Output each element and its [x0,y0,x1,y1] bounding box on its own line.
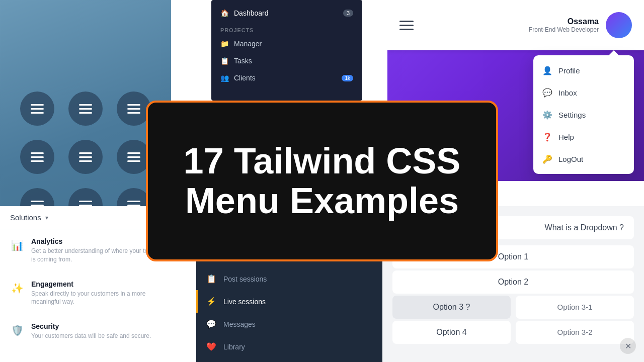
option-2-button[interactable]: Option 2 [392,270,634,294]
option-3-1-button[interactable]: Option 3-1 [516,296,634,319]
solutions-label: Solutions [10,213,41,222]
bottom-nav-messages[interactable]: 💬 Messages [196,313,382,335]
bottom-nav-library[interactable]: ❤️ Library [196,335,382,358]
sidebar-item-manager[interactable]: 📁 Manager [211,35,362,52]
options-row-2: Option 2 [392,270,634,294]
profile-dropdown: 👤 Profile 💬 Inbox ⚙️ Settings ❓ Help 🔑 L… [533,55,634,174]
engagement-title: Engagement [31,280,162,288]
title-line-2: Menu Examples [185,180,459,221]
navbar: Ossama Front-End Web Developer [387,0,644,50]
bottom-nav-live-sessions[interactable]: ⚡ Live sessions [196,290,382,313]
inbox-label: Inbox [558,88,577,97]
hamburger-button-1[interactable] [20,92,54,126]
user-title: Front-End Web Developer [529,26,599,33]
dropdown-item-inbox[interactable]: 💬 Inbox [533,81,634,104]
bottom-nav-post-sessions[interactable]: 📋 Post sessions [196,267,382,290]
hamburger-line [31,104,44,106]
bottom-center-panel: 📊 Dashboard 📋 Post sessions ⚡ Live sessi… [196,246,382,362]
hamburger-lines [127,152,140,162]
hamburger-line [31,112,44,114]
post-sessions-icon: 📋 [206,274,216,284]
dropdown-item-logout[interactable]: 🔑 LogOut [533,148,634,170]
inbox-icon: 💬 [542,87,552,98]
chevron-down-icon: ▾ [45,214,48,221]
option-3-2-button[interactable]: Option 3-2 [516,321,634,344]
navbar-menu-button[interactable] [399,21,414,30]
user-info: Ossama Front-End Web Developer [529,17,599,33]
logout-label: LogOut [558,155,583,163]
profile-icon: 👤 [542,65,552,75]
hamburger-lines [79,104,92,114]
main-title: 17 Tailwind CSS Menu Examples [184,141,461,221]
dropdown-item-settings[interactable]: ⚙️ Settings [533,104,634,126]
hamburger-button-4[interactable] [20,140,54,174]
analytics-icon: 📊 [10,238,24,252]
clients-badge: 1k [342,75,353,81]
option-3-button[interactable]: Option 3 ? [392,296,511,319]
help-label: Help [558,133,574,141]
analytics-title: Analytics [31,237,162,245]
settings-label: Settings [558,111,586,119]
clients-label: Clients [234,74,256,82]
projects-section-label: PROJECTS [211,22,362,35]
live-sessions-label: Live sessions [223,298,266,306]
analytics-description: Get a better understanding of where your… [31,247,162,264]
tasks-label: Tasks [234,57,252,65]
close-button[interactable]: ✕ [620,338,636,354]
main-overlay: 17 Tailwind CSS Menu Examples [146,101,498,261]
engagement-icon: ✨ [10,281,24,295]
options-row-3: Option 3 ? Option 3-1 [392,296,634,319]
live-sessions-icon: ⚡ [206,297,216,306]
logout-icon: 🔑 [542,154,552,164]
messages-icon: 💬 [206,319,216,329]
clients-icon: 👥 [220,74,229,82]
sidebar-item-tasks[interactable]: 📋 Tasks [211,52,362,69]
avatar[interactable] [606,12,632,38]
home-icon: 🏠 [220,9,229,17]
post-sessions-label: Post sessions [223,275,267,283]
library-label: Library [223,343,245,351]
manager-label: Manager [234,40,262,48]
tasks-icon: 📋 [220,57,229,65]
dropdown-item-profile[interactable]: 👤 Profile [533,59,634,81]
engagement-description: Speak directly to your customers in a mo… [31,290,162,307]
hamburger-lines [31,152,44,162]
settings-icon: ⚙️ [542,110,552,120]
sidebar-dashboard-item[interactable]: 🏠 Dashboard 3 [211,4,362,22]
dashboard-label: Dashboard [234,9,269,17]
help-icon: ❓ [542,132,552,142]
hamburger-lines [127,104,140,114]
library-icon: ❤️ [206,342,216,351]
messages-label: Messages [223,320,256,328]
solutions-item-security[interactable]: 🛡️ Security Your customers data will be … [0,314,196,348]
hamburger-lines [31,104,44,114]
security-description: Your customers data will be safe and sec… [31,332,151,340]
manager-icon: 📁 [220,40,229,48]
navbar-user-section: Ossama Front-End Web Developer [529,12,632,38]
title-line-1: 17 Tailwind CSS [184,141,461,181]
sidebar-item-clients[interactable]: 👥 Clients 1k [211,69,362,86]
security-icon: 🛡️ [10,323,24,337]
option-4-button[interactable]: Option 4 [392,321,511,344]
solutions-item-engagement[interactable]: ✨ Engagement Speak directly to your cust… [0,272,196,315]
center-top-panel: 🏠 Dashboard 3 PROJECTS 📁 Manager 📋 Tasks… [211,0,362,101]
security-title: Security [31,322,151,330]
profile-label: Profile [558,66,580,75]
hamburger-button-5[interactable] [68,140,103,174]
dashboard-badge: 3 [343,10,353,17]
hamburger-line [31,108,44,110]
dropdown-item-help[interactable]: ❓ Help [533,126,634,148]
options-row-4: Option 4 Option 3-2 [392,321,634,344]
hamburger-lines [79,152,92,162]
hamburger-button-2[interactable] [68,92,103,126]
sidebar-nav: 🏠 Dashboard 3 PROJECTS 📁 Manager 📋 Tasks… [211,0,362,90]
user-name: Ossama [529,17,599,26]
